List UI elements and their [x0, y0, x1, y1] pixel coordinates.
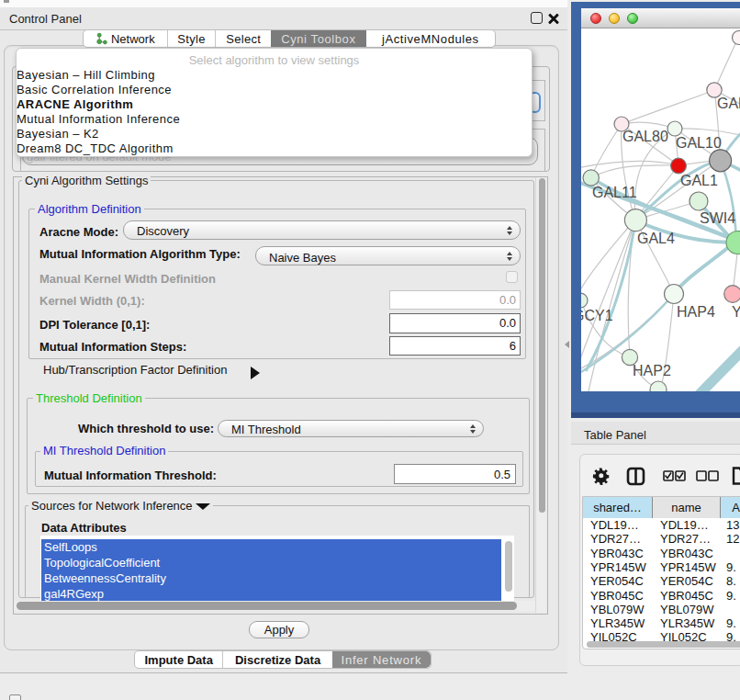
- svg-text:GAL7: GAL7: [717, 96, 740, 111]
- svg-text:YMR2: YMR2: [732, 304, 740, 320]
- svg-text:HAP4: HAP4: [677, 304, 715, 320]
- svg-text:GAL80: GAL80: [622, 129, 668, 144]
- svg-text:HAP2: HAP2: [633, 363, 671, 378]
- svg-text:GAL10: GAL10: [676, 135, 722, 151]
- svg-text:GAL11: GAL11: [592, 185, 637, 200]
- svg-text:GAL4: GAL4: [637, 231, 675, 246]
- svg-text:GAL1: GAL1: [680, 173, 718, 188]
- svg-text:SWI4: SWI4: [700, 210, 735, 226]
- svg-text:GCY1: GCY1: [581, 308, 613, 323]
